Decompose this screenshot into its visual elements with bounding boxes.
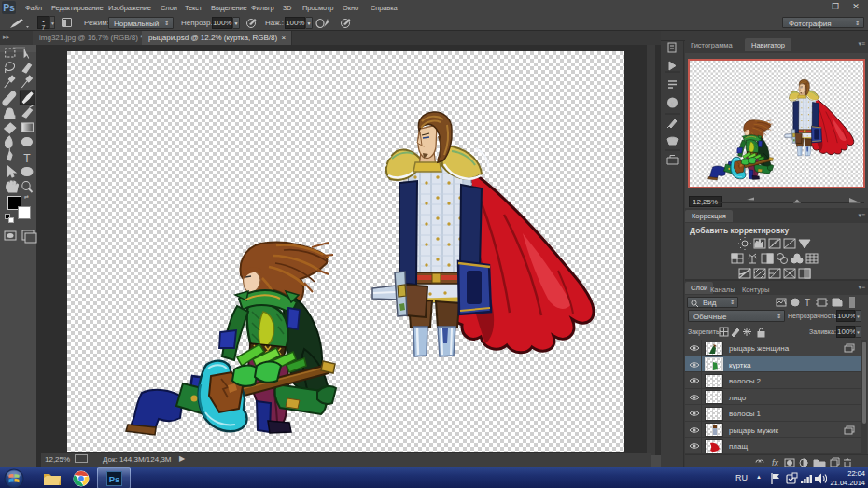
svg-text:T: T	[805, 298, 810, 308]
svg-text:i: i	[671, 100, 673, 108]
svg-text:T: T	[23, 152, 31, 165]
